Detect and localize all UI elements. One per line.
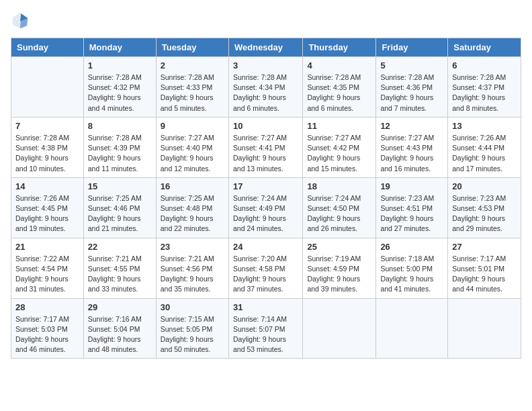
day-info: Sunrise: 7:25 AM Sunset: 4:46 PM Dayligh… [88, 193, 152, 234]
calendar-cell: 17Sunrise: 7:24 AM Sunset: 4:49 PM Dayli… [228, 177, 302, 238]
day-number: 20 [452, 181, 517, 191]
calendar-cell: 22Sunrise: 7:21 AM Sunset: 4:55 PM Dayli… [83, 238, 156, 298]
calendar-cell: 31Sunrise: 7:14 AM Sunset: 5:07 PM Dayli… [228, 298, 302, 359]
day-number: 8 [88, 121, 152, 131]
day-number: 22 [88, 242, 152, 252]
calendar-cell: 30Sunrise: 7:15 AM Sunset: 5:05 PM Dayli… [156, 298, 228, 359]
calendar-cell: 23Sunrise: 7:21 AM Sunset: 4:56 PM Dayli… [156, 238, 228, 298]
day-number: 1 [88, 60, 152, 71]
calendar-cell: 14Sunrise: 7:26 AM Sunset: 4:45 PM Dayli… [11, 177, 84, 238]
calendar-cell: 8Sunrise: 7:28 AM Sunset: 4:39 PM Daylig… [83, 117, 156, 177]
day-info: Sunrise: 7:21 AM Sunset: 4:56 PM Dayligh… [161, 254, 224, 295]
calendar-cell: 12Sunrise: 7:27 AM Sunset: 4:43 PM Dayli… [376, 117, 448, 177]
day-number: 2 [161, 60, 224, 71]
day-header-tuesday: Tuesday [156, 38, 228, 57]
day-header-thursday: Thursday [303, 38, 376, 57]
calendar-cell: 15Sunrise: 7:25 AM Sunset: 4:46 PM Dayli… [83, 177, 156, 238]
calendar-cell [11, 57, 84, 118]
day-number: 27 [452, 242, 517, 252]
calendar-cell: 16Sunrise: 7:25 AM Sunset: 4:48 PM Dayli… [156, 177, 228, 238]
day-number: 4 [307, 60, 371, 71]
day-info: Sunrise: 7:26 AM Sunset: 4:44 PM Dayligh… [452, 133, 517, 174]
day-info: Sunrise: 7:27 AM Sunset: 4:40 PM Dayligh… [161, 133, 224, 174]
day-number: 15 [88, 181, 152, 191]
calendar-cell: 29Sunrise: 7:16 AM Sunset: 5:04 PM Dayli… [83, 298, 156, 359]
day-info: Sunrise: 7:23 AM Sunset: 4:53 PM Dayligh… [452, 193, 517, 234]
day-info: Sunrise: 7:21 AM Sunset: 4:55 PM Dayligh… [88, 254, 152, 295]
day-header-monday: Monday [83, 38, 156, 57]
calendar-week-row: 7Sunrise: 7:28 AM Sunset: 4:38 PM Daylig… [11, 117, 521, 177]
calendar-cell: 7Sunrise: 7:28 AM Sunset: 4:38 PM Daylig… [11, 117, 84, 177]
calendar-cell: 3Sunrise: 7:28 AM Sunset: 4:34 PM Daylig… [228, 57, 302, 118]
day-info: Sunrise: 7:28 AM Sunset: 4:35 PM Dayligh… [307, 73, 371, 113]
calendar-table: SundayMondayTuesdayWednesdayThursdayFrid… [11, 38, 521, 359]
day-info: Sunrise: 7:22 AM Sunset: 4:54 PM Dayligh… [15, 254, 79, 295]
day-info: Sunrise: 7:28 AM Sunset: 4:32 PM Dayligh… [88, 73, 152, 113]
day-number: 19 [380, 181, 443, 191]
calendar-cell: 2Sunrise: 7:28 AM Sunset: 4:33 PM Daylig… [156, 57, 228, 118]
day-header-wednesday: Wednesday [228, 38, 302, 57]
day-info: Sunrise: 7:24 AM Sunset: 4:50 PM Dayligh… [307, 193, 371, 234]
day-header-saturday: Saturday [448, 38, 521, 57]
logo [11, 11, 32, 30]
day-info: Sunrise: 7:25 AM Sunset: 4:48 PM Dayligh… [161, 193, 224, 234]
day-info: Sunrise: 7:28 AM Sunset: 4:34 PM Dayligh… [233, 73, 298, 113]
day-header-sunday: Sunday [11, 38, 84, 57]
day-number: 21 [15, 242, 79, 252]
day-info: Sunrise: 7:27 AM Sunset: 4:42 PM Dayligh… [307, 133, 371, 174]
calendar-cell: 6Sunrise: 7:28 AM Sunset: 4:37 PM Daylig… [448, 57, 521, 118]
day-number: 14 [15, 181, 79, 191]
day-info: Sunrise: 7:15 AM Sunset: 5:05 PM Dayligh… [161, 314, 224, 355]
day-number: 7 [15, 121, 79, 131]
calendar-cell [448, 298, 521, 359]
calendar-cell: 20Sunrise: 7:23 AM Sunset: 4:53 PM Dayli… [448, 177, 521, 238]
day-number: 13 [452, 121, 517, 131]
day-number: 5 [380, 60, 443, 71]
calendar-cell: 11Sunrise: 7:27 AM Sunset: 4:42 PM Dayli… [303, 117, 376, 177]
calendar-cell: 25Sunrise: 7:19 AM Sunset: 4:59 PM Dayli… [303, 238, 376, 298]
calendar-week-row: 14Sunrise: 7:26 AM Sunset: 4:45 PM Dayli… [11, 177, 521, 238]
calendar-cell [303, 298, 376, 359]
day-info: Sunrise: 7:28 AM Sunset: 4:37 PM Dayligh… [452, 73, 517, 113]
day-number: 16 [161, 181, 224, 191]
page-header [11, 11, 521, 30]
calendar-cell: 27Sunrise: 7:17 AM Sunset: 5:01 PM Dayli… [448, 238, 521, 298]
calendar-cell: 1Sunrise: 7:28 AM Sunset: 4:32 PM Daylig… [83, 57, 156, 118]
day-number: 9 [161, 121, 224, 131]
day-info: Sunrise: 7:16 AM Sunset: 5:04 PM Dayligh… [88, 314, 152, 355]
day-header-friday: Friday [376, 38, 448, 57]
calendar-cell: 5Sunrise: 7:28 AM Sunset: 4:36 PM Daylig… [376, 57, 448, 118]
logo-icon [11, 11, 30, 30]
calendar-cell: 26Sunrise: 7:18 AM Sunset: 5:00 PM Dayli… [376, 238, 448, 298]
day-info: Sunrise: 7:14 AM Sunset: 5:07 PM Dayligh… [233, 314, 298, 355]
day-number: 25 [307, 242, 371, 252]
day-number: 12 [380, 121, 443, 131]
day-info: Sunrise: 7:24 AM Sunset: 4:49 PM Dayligh… [233, 193, 298, 234]
day-number: 29 [88, 302, 152, 312]
day-info: Sunrise: 7:28 AM Sunset: 4:33 PM Dayligh… [161, 73, 224, 113]
calendar-week-row: 21Sunrise: 7:22 AM Sunset: 4:54 PM Dayli… [11, 238, 521, 298]
calendar-cell: 24Sunrise: 7:20 AM Sunset: 4:58 PM Dayli… [228, 238, 302, 298]
calendar-cell: 9Sunrise: 7:27 AM Sunset: 4:40 PM Daylig… [156, 117, 228, 177]
calendar-cell: 19Sunrise: 7:23 AM Sunset: 4:51 PM Dayli… [376, 177, 448, 238]
day-number: 31 [233, 302, 298, 312]
day-number: 28 [15, 302, 79, 312]
day-number: 11 [307, 121, 371, 131]
day-number: 23 [161, 242, 224, 252]
day-number: 18 [307, 181, 371, 191]
day-info: Sunrise: 7:20 AM Sunset: 4:58 PM Dayligh… [233, 254, 298, 295]
calendar-cell: 21Sunrise: 7:22 AM Sunset: 4:54 PM Dayli… [11, 238, 84, 298]
calendar-cell: 13Sunrise: 7:26 AM Sunset: 4:44 PM Dayli… [448, 117, 521, 177]
calendar-cell: 10Sunrise: 7:27 AM Sunset: 4:41 PM Dayli… [228, 117, 302, 177]
day-info: Sunrise: 7:28 AM Sunset: 4:39 PM Dayligh… [88, 133, 152, 174]
calendar-cell [376, 298, 448, 359]
calendar-cell: 28Sunrise: 7:17 AM Sunset: 5:03 PM Dayli… [11, 298, 84, 359]
day-number: 17 [233, 181, 298, 191]
calendar-week-row: 28Sunrise: 7:17 AM Sunset: 5:03 PM Dayli… [11, 298, 521, 359]
calendar-header-row: SundayMondayTuesdayWednesdayThursdayFrid… [11, 38, 521, 57]
day-info: Sunrise: 7:23 AM Sunset: 4:51 PM Dayligh… [380, 193, 443, 234]
day-number: 10 [233, 121, 298, 131]
day-info: Sunrise: 7:19 AM Sunset: 4:59 PM Dayligh… [307, 254, 371, 295]
day-number: 26 [380, 242, 443, 252]
day-number: 6 [452, 60, 517, 71]
